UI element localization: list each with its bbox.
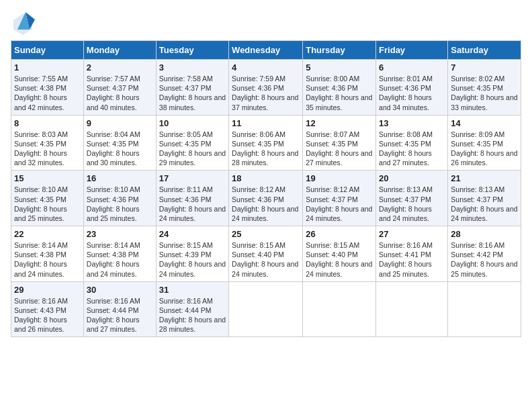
day-info: Sunrise: 8:14 AMSunset: 4:38 PMDaylight:… [87, 240, 153, 279]
day-number: 22 [14, 229, 81, 239]
day-number: 8 [14, 118, 81, 128]
calendar-cell: 19 Sunrise: 8:12 AMSunset: 4:37 PMDaylig… [303, 171, 376, 226]
day-info: Sunrise: 8:16 AMSunset: 4:44 PMDaylight:… [87, 296, 153, 334]
calendar-cell: 1 Sunrise: 7:55 AMSunset: 4:38 PMDayligh… [11, 60, 84, 116]
calendar-week-row: 29 Sunrise: 8:16 AMSunset: 4:43 PMDaylig… [11, 281, 521, 337]
calendar-cell: 16 Sunrise: 8:10 AMSunset: 4:36 PMDaylig… [83, 171, 156, 226]
day-number: 27 [379, 229, 445, 239]
day-number: 1 [14, 62, 81, 73]
calendar-cell: 20 Sunrise: 8:13 AMSunset: 4:37 PMDaylig… [376, 171, 448, 226]
calendar-cell: 31 Sunrise: 8:16 AMSunset: 4:44 PMDaylig… [156, 281, 228, 337]
day-number: 19 [306, 173, 373, 183]
day-number: 30 [87, 285, 153, 295]
day-info: Sunrise: 8:01 AMSunset: 4:36 PMDaylight:… [379, 74, 445, 112]
day-info: Sunrise: 8:16 AMSunset: 4:44 PMDaylight:… [159, 296, 226, 334]
day-number: 5 [306, 62, 373, 73]
day-info: Sunrise: 8:10 AMSunset: 4:36 PMDaylight:… [87, 185, 153, 223]
day-info: Sunrise: 8:15 AMSunset: 4:40 PMDaylight:… [306, 240, 373, 279]
weekday-header: Wednesday [229, 41, 303, 60]
calendar-cell: 18 Sunrise: 8:12 AMSunset: 4:36 PMDaylig… [229, 171, 303, 226]
calendar-cell: 6 Sunrise: 8:01 AMSunset: 4:36 PMDayligh… [376, 60, 448, 116]
weekday-header: Sunday [11, 41, 84, 60]
calendar-cell [303, 281, 376, 337]
calendar-cell: 8 Sunrise: 8:03 AMSunset: 4:35 PMDayligh… [11, 115, 84, 171]
calendar-cell: 10 Sunrise: 8:05 AMSunset: 4:35 PMDaylig… [156, 115, 228, 171]
day-info: Sunrise: 7:59 AMSunset: 4:36 PMDaylight:… [232, 74, 300, 112]
calendar-cell: 21 Sunrise: 8:13 AMSunset: 4:37 PMDaylig… [448, 171, 521, 226]
calendar-cell: 9 Sunrise: 8:04 AMSunset: 4:35 PMDayligh… [83, 115, 156, 171]
day-number: 13 [379, 118, 445, 128]
calendar-table: SundayMondayTuesdayWednesdayThursdayFrid… [11, 40, 521, 337]
weekday-header: Saturday [448, 41, 521, 60]
day-number: 17 [159, 173, 226, 183]
calendar-week-row: 22 Sunrise: 8:14 AMSunset: 4:38 PMDaylig… [11, 226, 521, 282]
day-info: Sunrise: 8:03 AMSunset: 4:35 PMDaylight:… [14, 130, 81, 168]
day-info: Sunrise: 8:07 AMSunset: 4:35 PMDaylight:… [306, 130, 373, 168]
calendar-cell: 30 Sunrise: 8:16 AMSunset: 4:44 PMDaylig… [83, 281, 156, 337]
calendar-cell: 27 Sunrise: 8:16 AMSunset: 4:41 PMDaylig… [376, 226, 448, 282]
day-info: Sunrise: 8:14 AMSunset: 4:38 PMDaylight:… [14, 240, 81, 279]
calendar-cell: 11 Sunrise: 8:06 AMSunset: 4:35 PMDaylig… [229, 115, 303, 171]
day-number: 18 [232, 173, 300, 183]
day-number: 28 [451, 229, 518, 239]
calendar-cell: 28 Sunrise: 8:16 AMSunset: 4:42 PMDaylig… [448, 226, 521, 282]
logo-icon [11, 11, 35, 35]
day-info: Sunrise: 7:57 AMSunset: 4:37 PMDaylight:… [87, 74, 153, 112]
weekday-header: Monday [83, 41, 156, 60]
day-info: Sunrise: 8:16 AMSunset: 4:43 PMDaylight:… [14, 296, 81, 334]
day-info: Sunrise: 7:55 AMSunset: 4:38 PMDaylight:… [14, 74, 81, 112]
calendar-cell: 26 Sunrise: 8:15 AMSunset: 4:40 PMDaylig… [303, 226, 376, 282]
day-number: 26 [306, 229, 373, 239]
calendar-cell: 17 Sunrise: 8:11 AMSunset: 4:36 PMDaylig… [156, 171, 228, 226]
page-header [11, 11, 521, 35]
calendar-week-row: 15 Sunrise: 8:10 AMSunset: 4:35 PMDaylig… [11, 171, 521, 226]
day-info: Sunrise: 8:00 AMSunset: 4:36 PMDaylight:… [306, 74, 373, 112]
day-info: Sunrise: 8:13 AMSunset: 4:37 PMDaylight:… [379, 185, 445, 223]
day-info: Sunrise: 7:58 AMSunset: 4:37 PMDaylight:… [159, 74, 226, 112]
day-info: Sunrise: 8:06 AMSunset: 4:35 PMDaylight:… [232, 130, 300, 168]
calendar-cell: 12 Sunrise: 8:07 AMSunset: 4:35 PMDaylig… [303, 115, 376, 171]
calendar-cell: 23 Sunrise: 8:14 AMSunset: 4:38 PMDaylig… [83, 226, 156, 282]
weekday-header: Thursday [303, 41, 376, 60]
day-number: 4 [232, 62, 300, 73]
day-number: 7 [451, 62, 518, 73]
calendar-cell: 25 Sunrise: 8:15 AMSunset: 4:40 PMDaylig… [229, 226, 303, 282]
weekday-header-row: SundayMondayTuesdayWednesdayThursdayFrid… [11, 41, 521, 60]
day-info: Sunrise: 8:12 AMSunset: 4:36 PMDaylight:… [232, 185, 300, 223]
day-info: Sunrise: 8:02 AMSunset: 4:35 PMDaylight:… [451, 74, 518, 112]
day-number: 24 [159, 229, 226, 239]
calendar-cell: 29 Sunrise: 8:16 AMSunset: 4:43 PMDaylig… [11, 281, 84, 337]
day-number: 6 [379, 62, 445, 73]
day-number: 15 [14, 173, 81, 183]
day-number: 11 [232, 118, 300, 128]
day-number: 10 [159, 118, 226, 128]
calendar-cell: 7 Sunrise: 8:02 AMSunset: 4:35 PMDayligh… [448, 60, 521, 116]
logo [11, 11, 38, 35]
day-info: Sunrise: 8:16 AMSunset: 4:42 PMDaylight:… [451, 240, 518, 279]
calendar-cell: 4 Sunrise: 7:59 AMSunset: 4:36 PMDayligh… [229, 60, 303, 116]
day-number: 21 [451, 173, 518, 183]
calendar-cell: 5 Sunrise: 8:00 AMSunset: 4:36 PMDayligh… [303, 60, 376, 116]
calendar-cell: 24 Sunrise: 8:15 AMSunset: 4:39 PMDaylig… [156, 226, 228, 282]
day-number: 31 [159, 285, 226, 295]
day-info: Sunrise: 8:13 AMSunset: 4:37 PMDaylight:… [451, 185, 518, 223]
day-info: Sunrise: 8:08 AMSunset: 4:35 PMDaylight:… [379, 130, 445, 168]
calendar-cell: 13 Sunrise: 8:08 AMSunset: 4:35 PMDaylig… [376, 115, 448, 171]
day-number: 2 [87, 62, 153, 73]
calendar-cell: 14 Sunrise: 8:09 AMSunset: 4:35 PMDaylig… [448, 115, 521, 171]
calendar-cell [448, 281, 521, 337]
day-info: Sunrise: 8:15 AMSunset: 4:39 PMDaylight:… [159, 240, 226, 279]
weekday-header: Friday [376, 41, 448, 60]
calendar-cell: 22 Sunrise: 8:14 AMSunset: 4:38 PMDaylig… [11, 226, 84, 282]
calendar-cell: 15 Sunrise: 8:10 AMSunset: 4:35 PMDaylig… [11, 171, 84, 226]
calendar-week-row: 1 Sunrise: 7:55 AMSunset: 4:38 PMDayligh… [11, 60, 521, 116]
calendar-cell: 3 Sunrise: 7:58 AMSunset: 4:37 PMDayligh… [156, 60, 228, 116]
day-number: 9 [87, 118, 153, 128]
day-info: Sunrise: 8:15 AMSunset: 4:40 PMDaylight:… [232, 240, 300, 279]
day-number: 3 [159, 62, 226, 73]
day-info: Sunrise: 8:09 AMSunset: 4:35 PMDaylight:… [451, 130, 518, 168]
day-info: Sunrise: 8:05 AMSunset: 4:35 PMDaylight:… [159, 130, 226, 168]
day-number: 12 [306, 118, 373, 128]
day-info: Sunrise: 8:16 AMSunset: 4:41 PMDaylight:… [379, 240, 445, 279]
day-number: 14 [451, 118, 518, 128]
